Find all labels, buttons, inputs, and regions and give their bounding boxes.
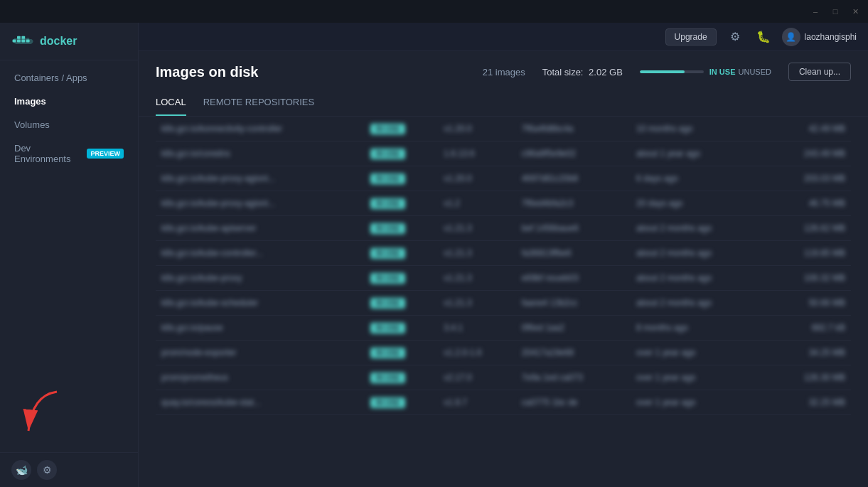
image-created: about 1 year ago	[631, 141, 768, 166]
main-content: Images on disk 21 images Total size: 2.0…	[139, 51, 868, 487]
image-status: IN USE	[365, 117, 438, 141]
preview-badge: PREVIEW	[87, 149, 124, 159]
image-status: IN USE	[365, 390, 438, 415]
table-row[interactable]: k8s.gcr.io/kube-apiserver IN USE v1.21.3…	[156, 216, 851, 241]
table-row[interactable]: prom/prometheus IN USE v2.17.0 7e9a 1ed …	[156, 365, 851, 390]
docker-icon-bottom: 🐋	[11, 460, 31, 480]
image-tag: 1.6.13.6	[438, 141, 516, 166]
image-size: 34.25 MB	[768, 341, 851, 365]
tabs: LOCAL REMOTE REPOSITORIES	[139, 90, 868, 117]
sidebar-nav: Containers / Apps Images Volumes Dev Env…	[0, 60, 138, 452]
table-row[interactable]: k8s.gcr.io/pause IN USE 3.4.1 0f6ed 1aa2…	[156, 316, 851, 341]
table-row[interactable]: prom/node-exporter IN USE v1.2.0-1.6 204…	[156, 341, 851, 365]
bug-icon[interactable]: 🐛	[754, 27, 773, 47]
close-button[interactable]: ✕	[851, 7, 859, 16]
content-header: Images on disk 21 images Total size: 2.0…	[139, 51, 868, 90]
image-status: IN USE	[365, 266, 438, 291]
image-size: 50.66 MB	[768, 291, 851, 316]
image-tag: v1.20.0	[438, 166, 516, 191]
images-count: 21 images	[483, 67, 525, 77]
image-size: 32.25 MB	[768, 390, 851, 415]
image-name: k8s.gcr.io/kube-controller...	[156, 241, 365, 266]
image-size: 243.49 MB	[768, 141, 851, 166]
usage-fill	[640, 70, 685, 73]
image-tag: v1.2	[438, 191, 516, 216]
image-created: over 1 year ago	[631, 341, 768, 365]
brand-name: docker	[40, 35, 77, 48]
sidebar: docker Containers / Apps Images Volumes …	[0, 23, 139, 487]
sidebar-item-images[interactable]: Images	[0, 90, 138, 113]
usage-labels: IN USE UNUSED	[709, 68, 771, 76]
image-name: prom/node-exporter	[156, 341, 365, 365]
image-status: IN USE	[365, 141, 438, 166]
titlebar: – □ ✕	[0, 0, 868, 23]
upgrade-button[interactable]: Upgrade	[665, 28, 717, 46]
table-row[interactable]: k8s.gcr.io/kube-controller... IN USE v1.…	[156, 241, 851, 266]
image-status: IN USE	[365, 316, 438, 341]
image-name: k8s.gcr.io/kube-proxy-agiont...	[156, 166, 365, 191]
table-row[interactable]: k8s.gcr.io/coredns IN USE 1.6.13.6 c96a9…	[156, 141, 851, 166]
sidebar-item-containers[interactable]: Containers / Apps	[0, 66, 138, 90]
images-table-container[interactable]: k8s.gcr.io/konnectivity-controller IN US…	[139, 117, 868, 487]
image-created: 20 days ago	[631, 191, 768, 216]
image-tag: 3.4.1	[438, 316, 516, 341]
image-created: over 1 year ago	[631, 390, 768, 415]
image-id: 20417a19e68	[516, 341, 631, 365]
image-id: c96a9f5e9e02	[516, 141, 631, 166]
image-created: over 1 year ago	[631, 365, 768, 390]
image-created: 10 months ago	[631, 117, 768, 141]
image-name: k8s.gcr.io/coredns	[156, 141, 365, 166]
table-row[interactable]: k8s.gcr.io/kube-scheduler IN USE v1.21.3…	[156, 291, 851, 316]
tab-local[interactable]: LOCAL	[156, 90, 186, 116]
image-id: 0f6ed 1aa2	[516, 316, 631, 341]
image-created: 6 days ago	[631, 166, 768, 191]
total-size: Total size: 2.02 GB	[542, 67, 623, 77]
image-id: bef 1456baue6	[516, 216, 631, 241]
table-row[interactable]: k8s.gcr.io/kube-proxy-agiont... IN USE v…	[156, 166, 851, 191]
image-size: 119.85 MB	[768, 241, 851, 266]
right-panel: Upgrade ⚙ 🐛 👤 laozhangisphi Images on di…	[139, 23, 868, 487]
table-row[interactable]: k8s.gcr.io/kube-proxy-agiont... IN USE v…	[156, 191, 851, 216]
image-tag: v1.20.0	[438, 117, 516, 141]
image-size: 126.62 MB	[768, 216, 851, 241]
image-tag: v1.2.0-1.6	[438, 341, 516, 365]
image-name: k8s.gcr.io/kube-proxy-agiont...	[156, 191, 365, 216]
image-created: about 2 months ago	[631, 291, 768, 316]
user-menu[interactable]: 👤 laozhangisphi	[782, 28, 857, 46]
unused-label: UNUSED	[739, 68, 771, 76]
image-name: k8s.gcr.io/konnectivity-controller	[156, 117, 365, 141]
table-row[interactable]: quay.io/coreos/kube-stat... IN USE v1.9.…	[156, 390, 851, 415]
sidebar-item-dev-environments[interactable]: Dev Environments PREVIEW	[0, 137, 138, 171]
image-created: about 2 months ago	[631, 216, 768, 241]
sidebar-item-volumes[interactable]: Volumes	[0, 113, 138, 137]
image-tag: v1.21.3	[438, 291, 516, 316]
image-created: 8 months ago	[631, 316, 768, 341]
settings-icon-bottom[interactable]: ⚙	[37, 460, 57, 480]
minimize-button[interactable]: –	[811, 7, 820, 16]
image-status: IN USE	[365, 191, 438, 216]
tab-remote[interactable]: REMOTE REPOSITORIES	[203, 90, 315, 116]
table-row[interactable]: k8s.gcr.io/konnectivity-controller IN US…	[156, 117, 851, 141]
username: laozhangisphi	[805, 32, 857, 42]
image-status: IN USE	[365, 241, 438, 266]
image-size: 682.7 kB	[768, 316, 851, 341]
image-id: 7f6a4fd8bc4a	[516, 117, 631, 141]
image-size: 203.03 MB	[768, 166, 851, 191]
image-name: k8s.gcr.io/kube-proxy	[156, 266, 365, 291]
usage-bar: IN USE UNUSED	[640, 68, 771, 76]
image-size: 42.49 MB	[768, 117, 851, 141]
cleanup-button[interactable]: Clean up...	[788, 63, 851, 81]
image-size: 46.75 MB	[768, 191, 851, 216]
maximize-button[interactable]: □	[831, 7, 840, 16]
image-id: fa36813ffbe6	[516, 241, 631, 266]
settings-icon[interactable]: ⚙	[725, 27, 745, 47]
docker-logo-area: docker	[0, 23, 138, 60]
image-name: k8s.gcr.io/kube-apiserver	[156, 216, 365, 241]
image-status: IN USE	[365, 291, 438, 316]
in-use-label: IN USE	[709, 68, 736, 76]
image-id: e69bf noueb03	[516, 266, 631, 291]
image-size: 100.32 MB	[768, 266, 851, 291]
table-row[interactable]: k8s.gcr.io/kube-proxy IN USE v1.21.3 e69…	[156, 266, 851, 291]
image-status: IN USE	[365, 216, 438, 241]
image-id: 4697d81c20b8	[516, 166, 631, 191]
